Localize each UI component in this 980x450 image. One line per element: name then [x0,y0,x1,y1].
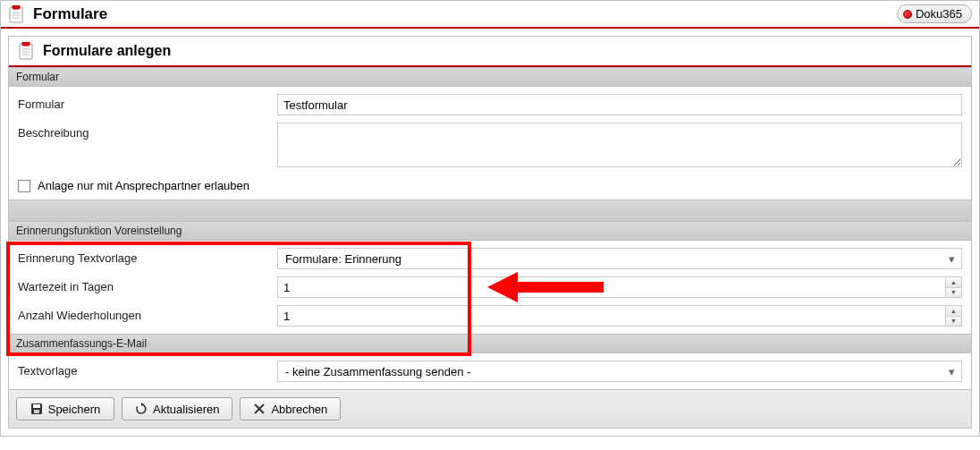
svg-rect-12 [34,410,39,413]
record-dot-icon [903,10,912,19]
spinner-up-icon[interactable]: ▲ [946,277,961,288]
chevron-down-icon: ▾ [943,250,959,267]
wartezeit-label: Wartezeit in Tagen [18,276,277,293]
close-icon [253,403,266,415]
refresh-icon [135,403,148,415]
erinnerung-textvorlage-label: Erinnerung Textvorlage [18,248,277,265]
save-button[interactable]: Speichern [16,397,114,420]
top-bar: Formulare Doku365 [1,1,979,29]
anlage-checkbox[interactable] [18,180,30,192]
spinner-down-icon[interactable]: ▼ [946,317,961,327]
chevron-down-icon: ▾ [943,363,959,379]
refresh-button[interactable]: Aktualisieren [122,397,232,420]
page-title: Formulare [33,5,107,23]
clipboard-icon [18,42,34,60]
erinnerung-textvorlage-combo[interactable]: Formulare: Erinnerung ▾ [277,248,962,269]
svg-rect-6 [22,42,30,46]
spinner-value: 1 [278,281,945,294]
formular-label: Formular [18,94,277,111]
svg-rect-11 [33,404,40,408]
spinner-value: 1 [278,310,945,323]
refresh-label: Aktualisieren [153,403,219,416]
clipboard-icon [8,5,24,23]
formular-input[interactable] [277,94,962,115]
section-header-formular: Formular [9,67,971,87]
panel-header: Formulare anlegen [9,37,971,67]
cancel-button[interactable]: Abbrechen [240,397,341,420]
wiederholungen-label: Anzahl Wiederholungen [18,305,277,322]
anlage-checkbox-label: Anlage nur mit Ansprechpartner erlauben [38,179,249,192]
section-zusammenfassung: Textvorlage - keine Zusammenfassung send… [9,353,971,389]
app-window: Formulare Doku365 Formulare anlegen Form… [0,0,980,437]
beschreibung-textarea[interactable] [277,123,962,167]
footer-toolbar: Speichern Aktualisieren Abbrechen [9,389,971,428]
section-formular: Formular Beschreibung Anlage nur mit Ans… [9,87,971,200]
svg-rect-1 [13,5,20,9]
combo-value: - keine Zusammenfassung senden - [285,365,470,378]
section-spacer [9,200,971,221]
panel-title: Formulare anlegen [43,43,171,59]
beschreibung-label: Beschreibung [18,123,277,140]
spinner-up-icon[interactable]: ▲ [946,306,961,317]
textvorlage-label: Textvorlage [18,361,277,378]
textvorlage-combo[interactable]: - keine Zusammenfassung senden - ▾ [277,361,962,382]
wartezeit-spinner[interactable]: 1 ▲ ▼ [277,276,962,298]
section-header-erinnerung: Erinnerungsfunktion Voreinstellung [9,221,971,241]
wiederholungen-spinner[interactable]: 1 ▲ ▼ [277,305,962,327]
doku365-badge[interactable]: Doku365 [897,4,972,23]
save-label: Speichern [48,403,101,416]
spinner-down-icon[interactable]: ▼ [946,288,961,298]
save-icon [30,403,43,415]
doku365-label: Doku365 [916,7,962,21]
cancel-label: Abbrechen [271,403,327,416]
section-header-zusammenfassung: Zusammenfassungs-E-Mail [9,334,971,353]
combo-value: Formulare: Erinnerung [285,252,401,266]
section-erinnerung: Erinnerung Textvorlage Formulare: Erinne… [9,241,971,334]
panel-formulare-anlegen: Formulare anlegen Formular Formular Besc… [8,36,972,429]
